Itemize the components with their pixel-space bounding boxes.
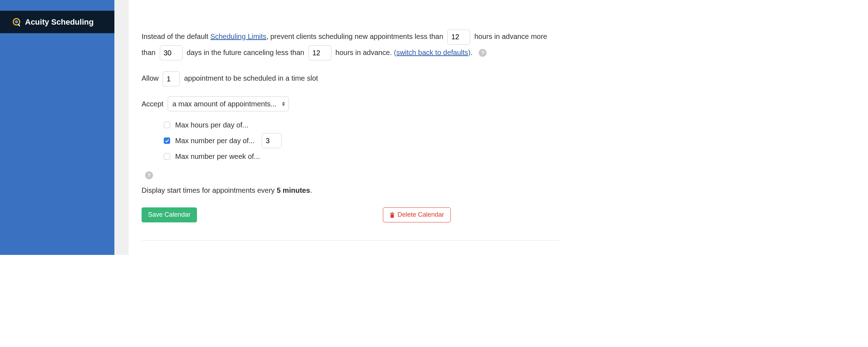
accept-row: Accept a max amount of appointments... [142, 96, 559, 111]
svg-rect-4 [391, 212, 393, 213]
limits-text3: days in the future canceling less than [187, 49, 304, 56]
button-row: Save Calendar Delete Calendar [142, 207, 559, 222]
brand-name: Acuity Scheduling [25, 17, 94, 27]
display-start-times-row: Display start times for appointments eve… [142, 186, 559, 195]
option-max-number-week: Max number per week of... [164, 149, 559, 164]
checkbox-max-hours-day[interactable] [164, 122, 170, 128]
svg-rect-5 [391, 214, 394, 218]
section-divider [142, 240, 559, 241]
allow-row: Allow appointment to be scheduled in a t… [142, 70, 559, 86]
logo-icon [12, 17, 21, 27]
limits-period: . [470, 49, 473, 56]
help-row: ? [145, 171, 559, 179]
svg-point-1 [15, 20, 18, 23]
delete-label: Delete Calendar [398, 211, 444, 218]
accept-label: Accept [142, 100, 163, 108]
svg-rect-3 [390, 213, 394, 214]
days-future-input[interactable] [160, 45, 183, 60]
limits-text1: , prevent clients scheduling new appoint… [266, 32, 443, 40]
save-calendar-button[interactable]: Save Calendar [142, 207, 197, 222]
checkbox-max-number-week[interactable] [164, 153, 170, 160]
help-icon[interactable]: ? [145, 171, 153, 179]
accept-selected: a max amount of appointments... [172, 100, 276, 108]
accept-select[interactable]: a max amount of appointments... [168, 96, 289, 111]
scheduling-limits-link[interactable]: Scheduling Limits [210, 32, 266, 40]
option-max-hours-day: Max hours per day of... [164, 117, 559, 133]
checkbox-max-number-day[interactable] [164, 137, 170, 144]
limits-prefix: Instead of the default [142, 32, 210, 40]
option-label: Max number per day of... [175, 137, 255, 145]
switch-defaults-link[interactable]: (switch back to defaults) [394, 49, 471, 56]
option-label: Max number per week of... [175, 152, 260, 161]
max-number-day-input[interactable] [262, 133, 282, 148]
cancel-hours-input[interactable] [309, 45, 331, 60]
allow-suffix: appointment to be scheduled in a time sl… [184, 74, 318, 82]
option-label: Max hours per day of... [175, 121, 248, 129]
sidebar: Acuity Scheduling [0, 0, 114, 255]
save-label: Save Calendar [148, 211, 191, 218]
option-max-number-day: Max number per day of... [164, 133, 559, 149]
accept-options-list: Max hours per day of... Max number per d… [142, 117, 559, 164]
trash-icon [390, 212, 395, 218]
content-gutter [114, 0, 129, 255]
help-icon[interactable]: ? [479, 49, 487, 57]
brand-bar: Acuity Scheduling [0, 11, 114, 33]
brand-logo: Acuity Scheduling [12, 17, 94, 27]
limits-text4: hours in advance. [335, 49, 392, 56]
select-caret-icon [282, 102, 285, 106]
scheduling-limits-paragraph: Instead of the default Scheduling Limits… [142, 29, 559, 60]
main-content: Instead of the default Scheduling Limits… [129, 0, 572, 255]
allow-prefix: Allow [142, 74, 159, 82]
delete-calendar-button[interactable]: Delete Calendar [383, 207, 451, 222]
display-prefix: Display start times for appointments eve… [142, 186, 277, 194]
allow-count-input[interactable] [163, 71, 180, 86]
display-value: 5 minutes [277, 186, 310, 194]
hours-advance-input[interactable] [447, 30, 470, 45]
display-suffix: . [310, 186, 312, 194]
